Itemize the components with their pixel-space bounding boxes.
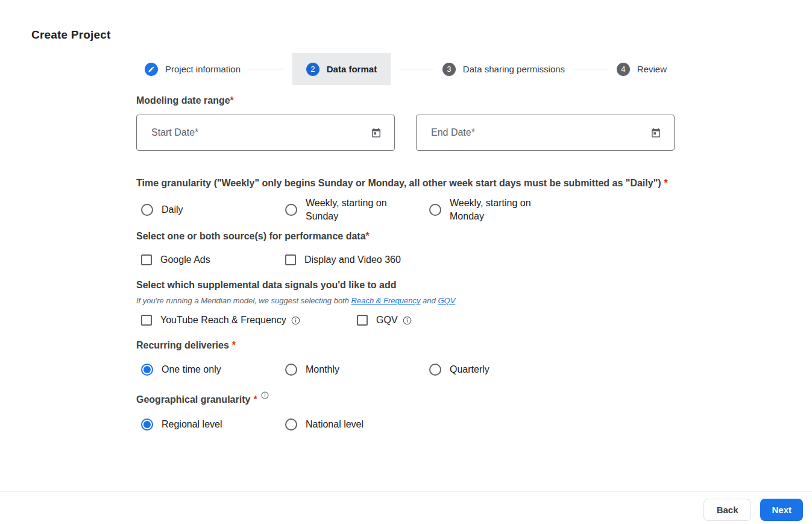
required-asterisk: * — [366, 231, 370, 241]
step-label: Data format — [327, 64, 377, 74]
checkbox-option-google-ads[interactable]: Google Ads — [136, 253, 280, 267]
radio-option-quarterly[interactable]: Quarterly — [424, 363, 489, 376]
performance-sources-label: Select one or both source(s) for perform… — [136, 230, 675, 242]
step-review[interactable]: 4 Review — [617, 63, 667, 76]
radio-option-monthly[interactable]: Monthly — [280, 363, 424, 376]
required-asterisk: * — [230, 95, 234, 106]
end-date-field[interactable] — [416, 115, 675, 151]
step-number-badge: 4 — [617, 63, 630, 76]
date-range-row — [136, 115, 675, 151]
option-label: National level — [306, 418, 364, 431]
info-icon[interactable] — [403, 316, 412, 325]
back-button[interactable]: Back — [703, 499, 752, 521]
option-label: Regional level — [162, 418, 222, 431]
step-connector — [249, 69, 284, 69]
option-label: Quarterly — [450, 363, 489, 376]
radio-option-weekly-sunday[interactable]: Weekly, starting on Sunday — [280, 196, 424, 224]
gqv-link[interactable]: GQV — [438, 296, 455, 305]
info-icon[interactable] — [261, 391, 269, 399]
calendar-icon[interactable] — [370, 127, 382, 139]
radio-icon[interactable] — [141, 204, 153, 216]
step-connector — [399, 69, 434, 69]
step-label: Review — [637, 64, 667, 74]
supplemental-signals-options: YouTube Reach & Frequency GQV — [136, 314, 675, 327]
option-label: Display and Video 360 — [304, 253, 401, 267]
step-number-badge: 3 — [442, 63, 456, 76]
wizard-stepper: Project information 2 Data format 3 Data… — [145, 53, 667, 85]
radio-option-one-time-only[interactable]: One time only — [136, 363, 280, 376]
radio-option-national-level[interactable]: National level — [280, 418, 364, 431]
reach-frequency-link[interactable]: Reach & Frequency — [351, 296, 421, 305]
option-label: Weekly, starting on Monday — [450, 197, 552, 223]
supplemental-signals-label: Select which supplemental data signals y… — [136, 279, 675, 291]
radio-icon[interactable] — [285, 204, 297, 216]
checkbox-option-display-video-360[interactable]: Display and Video 360 — [280, 253, 401, 267]
required-asterisk: * — [232, 340, 236, 350]
step-label: Project information — [165, 64, 241, 74]
footer-actions: Back Next — [703, 499, 803, 521]
radio-option-weekly-monday[interactable]: Weekly, starting on Monday — [424, 196, 568, 224]
required-asterisk: * — [664, 178, 668, 188]
option-label: Monthly — [306, 363, 339, 376]
option-label: Daily — [162, 203, 183, 216]
start-date-input[interactable] — [151, 127, 370, 138]
radio-icon[interactable] — [429, 204, 441, 216]
checkbox-icon[interactable] — [141, 254, 152, 265]
recurring-deliveries-label: Recurring deliveries* — [136, 339, 675, 351]
time-granularity-label: Time granularity ("Weekly" only begins S… — [136, 175, 675, 191]
geographical-granularity-options: Regional level National level — [136, 418, 675, 431]
info-icon[interactable] — [291, 316, 300, 325]
modeling-date-range-label: Modeling date range* — [136, 95, 675, 106]
option-label: Weekly, starting on Sunday — [306, 197, 408, 223]
checkbox-option-youtube-reach-frequency[interactable]: YouTube Reach & Frequency — [136, 314, 352, 327]
option-label: Google Ads — [160, 253, 210, 267]
option-label: One time only — [162, 363, 221, 376]
data-format-form: Modeling date range* Time granularity ("… — [136, 95, 675, 431]
checkbox-icon[interactable] — [141, 315, 152, 326]
performance-sources-options: Google Ads Display and Video 360 — [136, 253, 675, 267]
meridian-suggestion-note: If you're running a Meridian model, we s… — [136, 295, 675, 306]
start-date-field[interactable] — [136, 115, 395, 151]
radio-option-daily[interactable]: Daily — [136, 196, 280, 224]
radio-icon[interactable] — [285, 364, 297, 376]
checkbox-icon[interactable] — [285, 254, 296, 265]
option-label: YouTube Reach & Frequency — [160, 314, 286, 327]
radio-icon[interactable] — [429, 364, 441, 376]
checkbox-icon[interactable] — [357, 315, 368, 326]
step-data-format[interactable]: 2 Data format — [292, 53, 391, 85]
radio-selected-icon[interactable] — [141, 418, 153, 431]
footer-divider — [0, 491, 812, 492]
pencil-icon — [145, 63, 158, 76]
step-project-information[interactable]: Project information — [145, 63, 241, 76]
step-label: Data sharing permissions — [463, 64, 565, 74]
create-project-page: Create Project Project information 2 Dat… — [0, 0, 812, 524]
option-label: GQV — [376, 314, 398, 327]
recurring-deliveries-options: One time only Monthly Quarterly — [136, 363, 675, 376]
checkbox-option-gqv[interactable]: GQV — [352, 314, 412, 327]
radio-selected-icon[interactable] — [141, 364, 153, 376]
step-number-badge: 2 — [306, 63, 319, 76]
radio-option-regional-level[interactable]: Regional level — [136, 418, 280, 431]
time-granularity-options: Daily Weekly, starting on Sunday Weekly,… — [136, 196, 675, 224]
step-connector — [573, 69, 608, 69]
radio-icon[interactable] — [285, 418, 297, 431]
next-button[interactable]: Next — [760, 499, 803, 521]
step-data-sharing-permissions[interactable]: 3 Data sharing permissions — [442, 63, 565, 76]
calendar-icon[interactable] — [650, 127, 662, 139]
geographical-granularity-label: Geographical granularity* — [136, 390, 675, 405]
page-title: Create Project — [31, 28, 111, 42]
required-asterisk: * — [253, 394, 257, 405]
end-date-input[interactable] — [431, 127, 650, 138]
